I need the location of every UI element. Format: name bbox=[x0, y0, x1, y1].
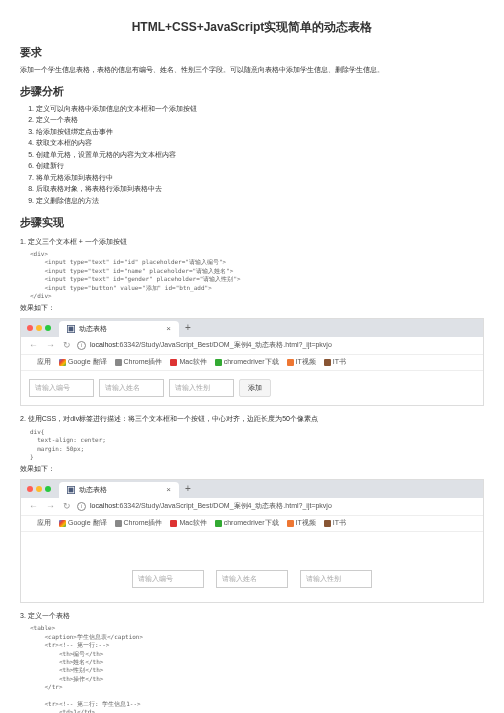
bookmark-item[interactable]: Google 翻译 bbox=[59, 357, 107, 368]
apps-button[interactable]: 应用 bbox=[27, 518, 51, 529]
book-icon bbox=[324, 359, 331, 366]
svg-rect-5 bbox=[69, 488, 74, 493]
reload-icon[interactable]: ↻ bbox=[61, 339, 73, 353]
book-icon bbox=[324, 520, 331, 527]
it-icon bbox=[287, 520, 294, 527]
heading-analysis: 步骤分析 bbox=[20, 83, 484, 100]
bookmark-item[interactable]: Chrome插件 bbox=[115, 357, 163, 368]
code-block: <div> <input type="text" id="id" placeho… bbox=[30, 250, 484, 300]
bookmark-item[interactable]: IT视频 bbox=[287, 518, 316, 529]
name-input[interactable]: 请输入姓名 bbox=[99, 379, 164, 398]
step-item: 创建新行 bbox=[36, 161, 484, 172]
back-icon[interactable]: ← bbox=[27, 339, 40, 353]
step1-heading: 1. 定义三个文本框 + 一个添加按钮 bbox=[20, 237, 484, 248]
step-item: 获取文本框的内容 bbox=[36, 138, 484, 149]
heading-implementation: 步骤实现 bbox=[20, 214, 484, 231]
maximize-icon[interactable] bbox=[45, 325, 51, 331]
address-bar: ← → ↻ i localhost:63342/Study/JavaScript… bbox=[21, 337, 483, 355]
screenshot-1: 动态表格 × + ← → ↻ i localhost:63342/Study/J… bbox=[20, 318, 484, 407]
step-item: 后取表格对象，将表格行添加到表格中去 bbox=[36, 184, 484, 195]
bookmark-item[interactable]: Mac软件 bbox=[170, 518, 206, 529]
minimize-icon[interactable] bbox=[36, 486, 42, 492]
apps-icon bbox=[27, 358, 35, 366]
url-text[interactable]: localhost:63342/Study/JavaScript_Best/DO… bbox=[90, 501, 332, 512]
window-controls bbox=[27, 486, 51, 492]
name-input[interactable]: 请输入姓名 bbox=[216, 570, 288, 589]
new-tab-icon[interactable]: + bbox=[185, 320, 191, 335]
add-button[interactable]: 添加 bbox=[239, 379, 271, 398]
step-item: 给添加按钮绑定点击事件 bbox=[36, 127, 484, 138]
folder-icon bbox=[115, 520, 122, 527]
bookmark-item[interactable]: Mac软件 bbox=[170, 357, 206, 368]
page-title: HTML+CSS+JavaScript实现简单的动态表格 bbox=[20, 18, 484, 36]
back-icon[interactable]: ← bbox=[27, 500, 40, 514]
page-content: 请输入编号 请输入姓名 请输入性别 bbox=[21, 532, 483, 602]
browser-tabbar: 动态表格 × + bbox=[21, 319, 483, 337]
gender-input[interactable]: 请输入性别 bbox=[169, 379, 234, 398]
url-text[interactable]: localhost:63342/Study/JavaScript_Best/DO… bbox=[90, 340, 332, 351]
browser-tab[interactable]: 动态表格 × bbox=[59, 482, 179, 498]
close-icon[interactable] bbox=[27, 486, 33, 492]
forward-icon[interactable]: → bbox=[44, 500, 57, 514]
address-bar: ← → ↻ i localhost:63342/Study/JavaScript… bbox=[21, 498, 483, 516]
bookmark-item[interactable]: Chrome插件 bbox=[115, 518, 163, 529]
google-icon bbox=[59, 359, 66, 366]
bookmark-item[interactable]: IT视频 bbox=[287, 357, 316, 368]
new-tab-icon[interactable]: + bbox=[185, 481, 191, 496]
gender-input[interactable]: 请输入性别 bbox=[300, 570, 372, 589]
favicon-icon bbox=[67, 325, 75, 333]
step-item: 创建单元格，设置单元格的内容为文本框内容 bbox=[36, 150, 484, 161]
svg-rect-2 bbox=[69, 326, 74, 331]
steps-list: 定义可以向表格中添加信息的文本框和一个添加按钮 定义一个表格 给添加按钮绑定点击… bbox=[36, 104, 484, 207]
browser-tab[interactable]: 动态表格 × bbox=[59, 321, 179, 337]
step-item: 定义删除信息的方法 bbox=[36, 196, 484, 207]
id-input[interactable]: 请输入编号 bbox=[29, 379, 94, 398]
step3-heading: 3. 定义一个表格 bbox=[20, 611, 484, 622]
maximize-icon[interactable] bbox=[45, 486, 51, 492]
apps-icon bbox=[27, 519, 35, 527]
browser-tabbar: 动态表格 × + bbox=[21, 480, 483, 498]
tab-title: 动态表格 bbox=[79, 485, 107, 496]
window-controls bbox=[27, 325, 51, 331]
step2-heading: 2. 使用CSS，对div标签进行描述：将三个文本框和一个按钮，中心对齐，边距长… bbox=[20, 414, 484, 425]
tab-title: 动态表格 bbox=[79, 324, 107, 335]
bookmarks-bar: 应用 Google 翻译 Chrome插件 Mac软件 chromedriver… bbox=[21, 516, 483, 532]
requirements-text: 添加一个学生信息表格，表格的信息有编号、姓名、性别三个字段。可以随意向表格中添加… bbox=[20, 65, 484, 76]
tab-close-icon[interactable]: × bbox=[166, 323, 171, 335]
it-icon bbox=[287, 359, 294, 366]
info-icon[interactable]: i bbox=[77, 502, 86, 511]
bookmark-item[interactable]: chromedriver下载 bbox=[215, 357, 279, 368]
bookmark-item[interactable]: IT书 bbox=[324, 518, 346, 529]
step-item: 定义一个表格 bbox=[36, 115, 484, 126]
folder-icon bbox=[115, 359, 122, 366]
code-block: <table> <caption>学生信息表</caption> <tr><!-… bbox=[30, 624, 484, 713]
chrome-icon bbox=[215, 520, 222, 527]
forward-icon[interactable]: → bbox=[44, 339, 57, 353]
minimize-icon[interactable] bbox=[36, 325, 42, 331]
apps-button[interactable]: 应用 bbox=[27, 357, 51, 368]
bookmark-item[interactable]: Google 翻译 bbox=[59, 518, 107, 529]
step-item: 定义可以向表格中添加信息的文本框和一个添加按钮 bbox=[36, 104, 484, 115]
code-block: div{ text-align: center; margin: 50px; } bbox=[30, 428, 484, 462]
mac-icon bbox=[170, 520, 177, 527]
bookmark-item[interactable]: chromedriver下载 bbox=[215, 518, 279, 529]
bookmark-item[interactable]: IT书 bbox=[324, 357, 346, 368]
mac-icon bbox=[170, 359, 177, 366]
step-item: 将单元格添加到表格行中 bbox=[36, 173, 484, 184]
google-icon bbox=[59, 520, 66, 527]
caption: 效果如下： bbox=[20, 464, 484, 475]
favicon-icon bbox=[67, 486, 75, 494]
id-input[interactable]: 请输入编号 bbox=[132, 570, 204, 589]
screenshot-2: 动态表格 × + ← → ↻ i localhost:63342/Study/J… bbox=[20, 479, 484, 603]
reload-icon[interactable]: ↻ bbox=[61, 500, 73, 514]
close-icon[interactable] bbox=[27, 325, 33, 331]
chrome-icon bbox=[215, 359, 222, 366]
bookmarks-bar: 应用 Google 翻译 Chrome插件 Mac软件 chromedriver… bbox=[21, 355, 483, 371]
page-content: 请输入编号 请输入姓名 请输入性别 添加 bbox=[21, 371, 483, 406]
tab-close-icon[interactable]: × bbox=[166, 484, 171, 496]
info-icon[interactable]: i bbox=[77, 341, 86, 350]
caption: 效果如下： bbox=[20, 303, 484, 314]
heading-requirements: 要求 bbox=[20, 44, 484, 61]
